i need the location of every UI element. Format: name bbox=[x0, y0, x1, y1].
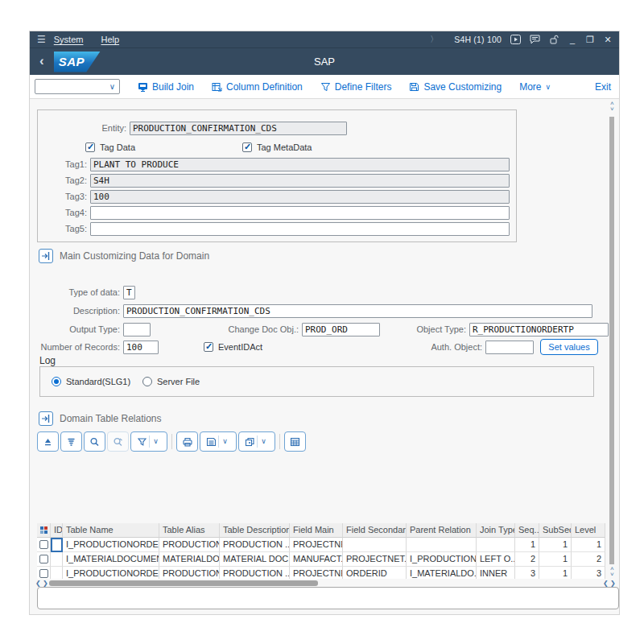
cell-table-alias[interactable]: MATERIALDO... bbox=[159, 552, 220, 567]
set-values-button[interactable]: Set values bbox=[540, 339, 598, 355]
cell-id[interactable] bbox=[51, 538, 63, 552]
grid-details-button[interactable] bbox=[284, 431, 306, 452]
cell-level[interactable]: 3 bbox=[572, 567, 605, 579]
column-header-table-name[interactable]: Table Name bbox=[63, 523, 159, 538]
cell-subseq[interactable]: 1 bbox=[539, 552, 572, 567]
change-doc-input[interactable]: PROD_ORD bbox=[302, 323, 380, 336]
chevron-down-icon[interactable]: ∨ bbox=[149, 436, 161, 448]
column-header-table-alias[interactable]: Table Alias bbox=[159, 523, 220, 538]
cell-seq[interactable]: 3 bbox=[515, 567, 539, 579]
column-header-seq[interactable]: Seq... bbox=[515, 523, 539, 538]
more-button[interactable]: More∨ bbox=[519, 81, 551, 93]
cell-parent-relation[interactable]: I_PRODUCTION... bbox=[407, 552, 477, 567]
cell-table-description[interactable]: PRODUCTION ... bbox=[220, 567, 290, 579]
tag3-input[interactable]: 100 bbox=[90, 190, 510, 204]
cell-field-main[interactable]: PROJECTNE... bbox=[290, 538, 343, 552]
column-header-field-secondary[interactable]: Field Secondary bbox=[343, 523, 407, 538]
cell-parent-relation[interactable] bbox=[407, 538, 477, 552]
cell-seq[interactable]: 1 bbox=[515, 538, 539, 552]
cell-field-main[interactable]: MANUFACT... bbox=[290, 552, 343, 567]
vertical-scrollbar-thumb[interactable] bbox=[609, 117, 614, 564]
collapse-section-icon[interactable] bbox=[39, 411, 53, 426]
print-button[interactable] bbox=[176, 431, 198, 452]
gui-scripting-icon[interactable] bbox=[510, 35, 521, 45]
column-header-level[interactable]: Level bbox=[572, 523, 605, 538]
define-filters-button[interactable]: Define Filters bbox=[320, 81, 392, 93]
find-button[interactable] bbox=[84, 431, 105, 452]
cell-table-alias[interactable]: PRODUCTION... bbox=[159, 538, 220, 552]
entity-input[interactable]: PRODUCTION_CONFIRMATION_CDS bbox=[130, 122, 347, 135]
column-header-table-description[interactable]: Table Description bbox=[220, 523, 290, 538]
cell-table-description[interactable]: MATERIAL DOC... bbox=[220, 552, 290, 567]
export-button[interactable]: ∨ bbox=[200, 431, 237, 452]
lock-unlocked-icon[interactable] bbox=[548, 35, 559, 45]
build-join-button[interactable]: Build Join bbox=[138, 81, 194, 93]
cell-level[interactable]: 1 bbox=[572, 538, 605, 552]
tag4-input[interactable] bbox=[90, 206, 510, 220]
menu-help[interactable]: Help bbox=[101, 35, 119, 44]
cell-join-type[interactable]: LEFT O... bbox=[477, 552, 515, 567]
scroll-right-icon[interactable]: ❮ ❯ bbox=[603, 580, 616, 586]
cell-table-name[interactable]: I_PRODUCTIONORDER bbox=[63, 538, 159, 552]
tag-data-checkbox[interactable]: Tag Data bbox=[85, 142, 135, 152]
scroll-down-icon[interactable]: ˄˅ bbox=[610, 566, 614, 577]
table-row[interactable]: I_PRODUCTIONORDER PRODUCTION... PRODUCTI… bbox=[37, 538, 605, 552]
command-combobox[interactable]: ∨ bbox=[35, 79, 120, 94]
cell-id[interactable] bbox=[51, 552, 63, 567]
cell-subseq[interactable]: 1 bbox=[539, 538, 572, 552]
cell-field-secondary[interactable]: ORDERID bbox=[343, 567, 407, 579]
cell-subseq[interactable]: 1 bbox=[539, 567, 572, 579]
sort-descending-button[interactable] bbox=[60, 431, 82, 452]
column-header-id[interactable]: ID bbox=[51, 523, 63, 538]
cell-id[interactable] bbox=[51, 567, 63, 579]
cell-seq[interactable]: 2 bbox=[515, 552, 539, 567]
set-filter-button[interactable]: ∨ bbox=[130, 431, 167, 452]
cell-field-secondary[interactable] bbox=[343, 538, 407, 552]
cell-field-secondary[interactable]: PROJECTNET... bbox=[343, 552, 407, 567]
type-of-data-input[interactable]: T bbox=[123, 286, 135, 299]
find-next-button[interactable] bbox=[107, 431, 129, 452]
hamburger-menu-icon[interactable]: ☰ bbox=[37, 34, 46, 45]
row-checkbox[interactable] bbox=[39, 555, 48, 564]
choose-layout-button[interactable]: ∨ bbox=[238, 431, 275, 452]
cell-table-description[interactable]: PRODUCTION ... bbox=[220, 538, 290, 552]
cell-table-name[interactable]: I_MATERIALDOCUMENTI... bbox=[63, 552, 159, 567]
tag1-input[interactable]: PLANT TO PRODUCE bbox=[90, 158, 510, 171]
cell-table-alias[interactable]: PRODUCTION... bbox=[159, 567, 220, 579]
save-customizing-button[interactable]: Save Customizing bbox=[409, 81, 502, 93]
table-row[interactable]: I_PRODUCTIONORDER... PRODUCTION... PRODU… bbox=[37, 567, 605, 579]
row-checkbox[interactable] bbox=[39, 540, 48, 549]
cell-join-type[interactable]: INNER bbox=[477, 567, 515, 579]
row-checkbox[interactable] bbox=[39, 569, 48, 578]
exit-button[interactable]: Exit bbox=[595, 81, 611, 93]
scroll-left-icon[interactable]: ❮ ❯ bbox=[35, 580, 48, 586]
scroll-up-icon[interactable]: ˄˅ bbox=[610, 101, 614, 112]
chevron-right-icon[interactable]: 〉 bbox=[430, 34, 438, 45]
column-header-join-type[interactable]: Join Type bbox=[477, 523, 515, 538]
column-header-field-main[interactable]: Field Main bbox=[290, 523, 343, 538]
tag5-input[interactable] bbox=[90, 222, 510, 236]
tag2-input[interactable]: S4H bbox=[90, 174, 510, 188]
radio-server-file[interactable]: Server File bbox=[142, 377, 200, 386]
close-button[interactable]: ✕ bbox=[603, 35, 613, 45]
chevron-down-icon[interactable]: ∨ bbox=[218, 436, 230, 448]
sort-ascending-button[interactable] bbox=[37, 431, 59, 452]
chat-icon[interactable] bbox=[529, 35, 540, 45]
column-header-subseq[interactable]: SubSeq. bbox=[539, 523, 572, 538]
cell-field-main[interactable]: PROJECTNE... bbox=[290, 567, 343, 579]
back-button[interactable]: ‹ bbox=[39, 53, 44, 69]
number-of-records-input[interactable]: 100 bbox=[123, 341, 159, 354]
horizontal-scrollbar-thumb[interactable] bbox=[49, 580, 318, 586]
table-row[interactable]: I_MATERIALDOCUMENTI... MATERIALDO... MAT… bbox=[37, 552, 605, 567]
object-type-input[interactable]: R_PRODUCTIONORDERTP bbox=[469, 323, 609, 336]
select-all-icon[interactable] bbox=[37, 523, 51, 538]
column-header-parent-relation[interactable]: Parent Relation bbox=[407, 523, 477, 538]
column-definition-button[interactable]: Column Definition bbox=[212, 81, 303, 93]
cell-table-name[interactable]: I_PRODUCTIONORDER... bbox=[63, 567, 159, 579]
cell-parent-relation[interactable]: I_MATERIALDO... bbox=[407, 567, 477, 579]
radio-standard-slg1[interactable]: Standard(SLG1) bbox=[52, 377, 130, 386]
menu-system[interactable]: System bbox=[54, 35, 84, 44]
chevron-down-icon[interactable]: ∨ bbox=[257, 436, 269, 448]
cell-level[interactable]: 2 bbox=[572, 552, 605, 567]
maximize-button[interactable]: ❐ bbox=[585, 35, 595, 45]
